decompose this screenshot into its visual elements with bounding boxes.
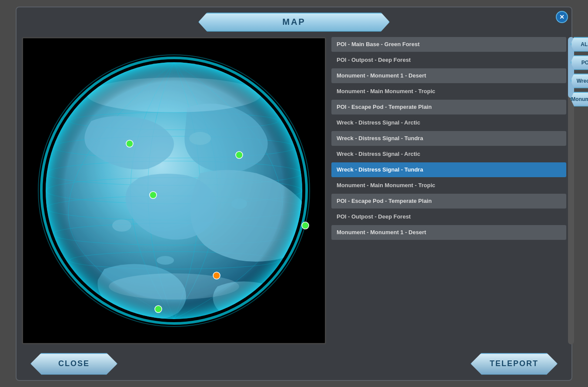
svg-point-21 [302,222,309,229]
location-list: POI - Main Base - Green ForestPOI - Outp… [331,37,566,344]
svg-point-23 [155,306,162,313]
list-item[interactable]: POI - Outpost - Deep Forest [331,53,566,67]
list-item[interactable]: POI - Main Base - Green Forest [331,37,566,52]
list-item[interactable]: Monument - Main Monument - Tropic [331,178,566,193]
globe-container[interactable] [22,37,326,344]
svg-point-22 [213,272,220,279]
list-item[interactable]: Wreck - Distress Signal - Tundra [331,131,566,146]
svg-point-19 [236,151,243,158]
list-item[interactable]: POI - Outpost - Deep Forest [331,209,566,224]
teleport-button[interactable]: TELEPORT [471,353,558,375]
bottom-bar: CLOSE TELEPORT [22,348,566,375]
globe-svg [35,51,313,330]
map-title: MAP [282,17,305,27]
filter-all-button[interactable]: ALL [571,37,588,52]
list-item[interactable]: Monument - Main Monument - Tropic [331,84,566,99]
list-item[interactable]: Monument - Monument 1 - Desert [331,68,566,83]
svg-point-20 [150,192,157,199]
filter-buttons-panel: ALLPOIWrecksMonuments [571,37,588,107]
main-content: POI - Main Base - Green ForestPOI - Outp… [22,37,566,344]
list-item[interactable]: Wreck - Distress Signal - Arctic [331,147,566,162]
filter-poi-button[interactable]: POI [571,55,588,70]
location-list-panel: POI - Main Base - Green ForestPOI - Outp… [331,37,566,344]
right-panel: POI - Main Base - Green ForestPOI - Outp… [331,37,566,344]
list-item[interactable]: POI - Escape Pod - Temperate Plain [331,194,566,209]
filter-monuments-button[interactable]: Monuments [571,92,588,107]
close-x-button[interactable]: ✕ [556,11,568,23]
list-item[interactable]: Wreck - Distress Signal - Arctic [331,115,566,130]
map-modal: ✕ MAP [16,7,572,381]
svg-point-18 [126,140,133,147]
svg-point-17 [46,62,302,319]
close-button[interactable]: CLOSE [30,353,117,375]
filter-wrecks-button[interactable]: Wrecks [571,74,588,88]
map-title-bar: MAP [198,13,390,32]
list-item[interactable]: Monument - Monument 1 - Desert [331,225,566,240]
list-item[interactable]: POI - Escape Pod - Temperate Plain [331,100,566,114]
list-item[interactable]: Wreck - Distress Signal - Tundra [331,162,566,177]
